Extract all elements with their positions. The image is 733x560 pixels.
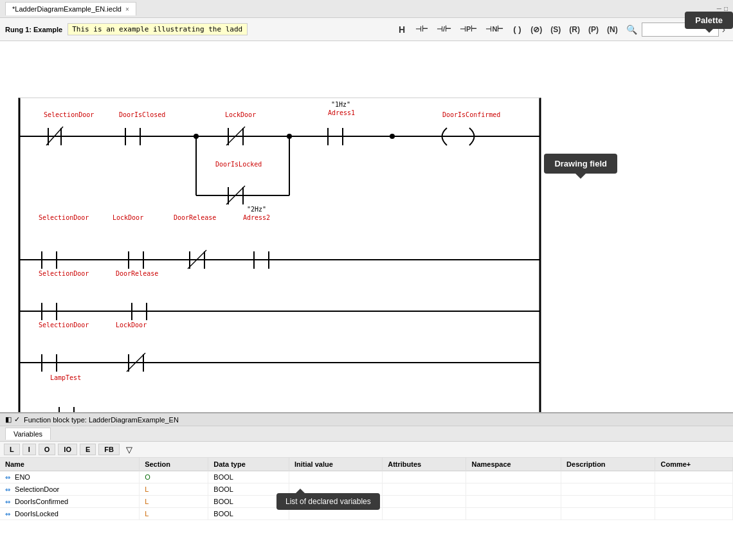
editor-tab[interactable]: *LadderDiagramExample_EN.iecld ×: [5, 2, 136, 15]
declared-vars-tooltip: List of declared variables: [276, 493, 380, 510]
sym-neg-btn[interactable]: (N): [603, 23, 622, 37]
var-name-cell: ⇔ DoorIsConfirmed: [0, 496, 140, 508]
sym-no-btn[interactable]: ⊣⊢: [412, 23, 432, 36]
var-comment-cell: [655, 483, 733, 496]
filter-fb-btn[interactable]: FB: [98, 444, 120, 455]
tab-close-icon[interactable]: ×: [125, 6, 129, 13]
var-initial-cell: [289, 471, 382, 483]
bottom-header-icons: ◧ ✓: [5, 415, 20, 424]
var-description-cell: [561, 508, 655, 520]
toolbar: Rung 1: Example H ⊣⊢ ⊣/⊢ ⊣P⊢ ⊣N⊢ ( ) (⊘)…: [0, 18, 733, 41]
var-attributes-cell: [383, 508, 466, 520]
variables-tab-bar: Variables: [0, 426, 733, 442]
var-attributes-cell: [383, 496, 466, 508]
svg-text:DoorIsLocked: DoorIsLocked: [215, 161, 262, 168]
svg-text:SelectionDoor: SelectionDoor: [39, 214, 89, 221]
rung-description-input[interactable]: [68, 23, 248, 35]
svg-text:"1Hz": "1Hz": [331, 101, 350, 108]
main-layout: *LadderDiagramExample_EN.iecld × ─ □ Run…: [0, 0, 733, 560]
rung-label: Rung 1: Example: [5, 26, 62, 33]
svg-text:SelectionDoor: SelectionDoor: [39, 321, 89, 329]
svg-text:DoorRelease: DoorRelease: [116, 270, 158, 277]
filter-bar: L I O IO E FB ▽: [0, 442, 733, 458]
svg-text:LampTest: LampTest: [50, 374, 81, 381]
sym-coil-btn[interactable]: ( ): [508, 22, 526, 37]
var-name-cell: ⇔ SelectionDoor: [0, 483, 140, 496]
filter-l-btn[interactable]: L: [4, 444, 20, 455]
filter-icon[interactable]: ▽: [126, 445, 132, 455]
col-name: Name: [0, 458, 140, 471]
var-datatype-cell: BOOL: [208, 508, 289, 520]
col-comment: Comme+: [655, 458, 733, 471]
block-icon: ◧: [5, 415, 12, 424]
toolbar-symbols: H ⊣⊢ ⊣/⊢ ⊣P⊢ ⊣N⊢ ( ) (⊘) (S) (R) (P) (N)…: [393, 22, 728, 37]
svg-text:LockDoor: LockDoor: [113, 214, 143, 221]
var-name: DoorIsConfirmed: [15, 498, 68, 505]
var-section-cell: L: [140, 496, 208, 508]
var-description-cell: [561, 496, 655, 508]
main-canvas[interactable]: Drawing field SelectionDoor: [0, 41, 733, 412]
col-datatype: Data type: [208, 458, 289, 471]
col-initial-value: Initial value: [289, 458, 382, 471]
svg-text:SelectionDoor: SelectionDoor: [39, 270, 89, 277]
variables-data-table: Name Section Data type Initial value Att…: [0, 458, 733, 520]
var-comment-cell: [655, 508, 733, 520]
sym-set-btn[interactable]: (S): [547, 23, 565, 37]
var-attributes-cell: [383, 471, 466, 483]
sym-nc-btn[interactable]: ⊣/⊢: [433, 23, 455, 36]
col-attributes: Attributes: [383, 458, 466, 471]
sym-h-btn[interactable]: H: [393, 22, 411, 37]
sym-n-btn[interactable]: ⊣N⊢: [482, 23, 507, 36]
var-comment-cell: [655, 471, 733, 483]
col-section: Section: [140, 458, 208, 471]
table-header-row: Name Section Data type Initial value Att…: [0, 458, 733, 471]
tab-label: *LadderDiagramExample_EN.iecld: [12, 5, 122, 13]
var-attributes-cell: [383, 483, 466, 496]
var-name-cell: ⇔ ENO: [0, 471, 140, 483]
title-bar: *LadderDiagramExample_EN.iecld × ─ □: [0, 0, 733, 18]
var-icon: ⇔: [5, 474, 10, 481]
filter-o-btn[interactable]: O: [39, 444, 56, 455]
filter-i-btn[interactable]: I: [23, 444, 36, 455]
var-icon: ⇔: [5, 498, 10, 505]
variables-table[interactable]: Name Section Data type Initial value Att…: [0, 458, 733, 560]
svg-text:LockDoor: LockDoor: [225, 111, 256, 118]
sym-p-btn[interactable]: ⊣P⊢: [456, 23, 481, 36]
filter-io-btn[interactable]: IO: [58, 444, 77, 455]
var-section-cell: O: [140, 471, 208, 483]
var-section-cell: L: [140, 508, 208, 520]
var-icon: ⇔: [5, 486, 10, 493]
var-icon: ⇔: [5, 510, 10, 518]
var-name-cell: ⇔ DoorIsLocked: [0, 508, 140, 520]
table-row[interactable]: ⇔ ENO O BOOL: [0, 471, 733, 483]
var-name: ENO: [15, 473, 30, 481]
col-description: Description: [561, 458, 655, 471]
var-namespace-cell: [466, 496, 561, 508]
bottom-header: ◧ ✓ Function block type: LadderDiagramEx…: [0, 413, 733, 426]
svg-text:SelectionDoor: SelectionDoor: [44, 111, 94, 118]
palette-tooltip: Palette: [685, 12, 733, 29]
ladder-diagram-svg[interactable]: SelectionDoor DoorIsClosed LockDoor: [0, 41, 733, 412]
bottom-panel: ◧ ✓ Function block type: LadderDiagramEx…: [0, 412, 733, 560]
search-icon-btn[interactable]: 🔍: [622, 22, 641, 37]
svg-text:DoorIsConfirmed: DoorIsConfirmed: [442, 111, 500, 118]
var-namespace-cell: [466, 483, 561, 496]
var-name: SelectionDoor: [15, 485, 59, 493]
check-icon: ✓: [14, 415, 20, 424]
var-description-cell: [561, 471, 655, 483]
svg-text:Adress2: Adress2: [243, 214, 270, 221]
var-name: DoorIsLocked: [15, 510, 59, 518]
var-comment-cell: [655, 496, 733, 508]
sym-reset-btn[interactable]: (R): [565, 23, 584, 37]
sym-pos-btn[interactable]: (P): [584, 23, 602, 37]
col-namespace: Namespace: [466, 458, 561, 471]
canvas-wrapper[interactable]: Drawing field SelectionDoor: [0, 41, 733, 412]
var-namespace-cell: [466, 471, 561, 483]
sym-coil-slash-btn[interactable]: (⊘): [527, 23, 546, 37]
var-description-cell: [561, 483, 655, 496]
var-namespace-cell: [466, 508, 561, 520]
filter-e-btn[interactable]: E: [80, 444, 96, 455]
svg-text:Adress1: Adress1: [328, 109, 355, 116]
var-datatype-cell: BOOL: [208, 471, 289, 483]
variables-tab[interactable]: Variables: [5, 428, 51, 440]
